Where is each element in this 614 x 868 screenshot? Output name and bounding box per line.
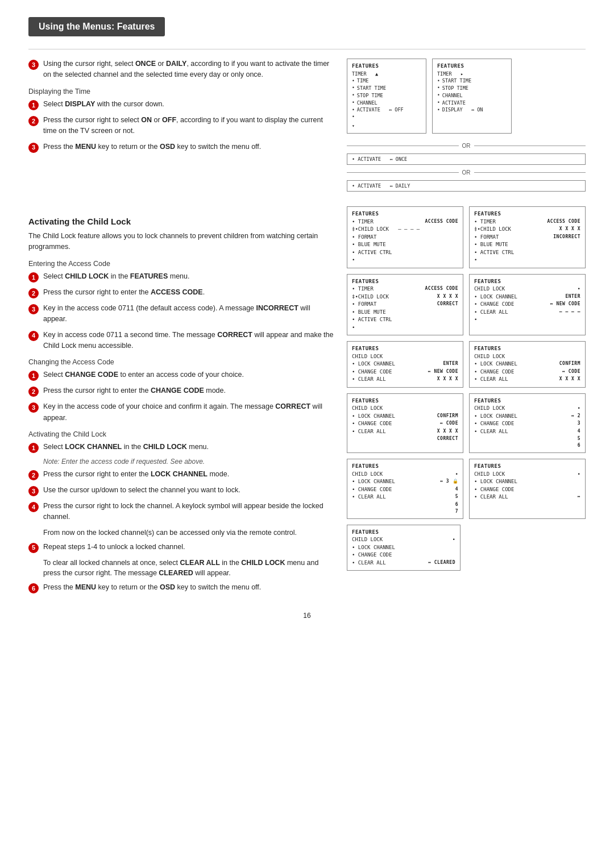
changing-heading: Changing the Access Code	[28, 358, 335, 366]
display-step-1: 1 Select DISPLAY with the cursor down.	[28, 99, 333, 110]
display-step-3: 3 Press the MENU key to return or the OS…	[28, 142, 333, 153]
activate-step-6: 6 Press the MENU key to return or the OS…	[28, 582, 335, 593]
cl-screen-row4: FEATURES CHILD LOCK • LOCK CHANNEL CONFI…	[347, 393, 586, 454]
cl-screen-row5: FEATURES CHILD LOCK• • LOCK CHANNEL ↔ 3 …	[347, 459, 586, 519]
enter-step-4: 4 Key in access code 0711 a second time.…	[28, 330, 335, 352]
cl-screen-5b: FEATURES CHILD LOCK• • LOCK CHANNEL • CH…	[469, 459, 586, 519]
or-screens: OR • ACTIVATE ↔ ONCE OR • ACTIVATE ↔ DAI…	[347, 140, 586, 192]
page-number: 16	[28, 612, 586, 620]
activate-step-4: 4 Press the cursor right to lock the cha…	[28, 501, 335, 523]
cl-screen-row1: FEATURES • TIMER ACCESS CODE ‡•CHILD LOC…	[347, 206, 586, 268]
cl-screen-6: FEATURES CHILD LOCK• • LOCK CHANNEL • CH…	[347, 525, 460, 571]
cl-screen-2a: FEATURES • TIMER ACCESS CODE ‡•CHILD LOC…	[347, 274, 463, 336]
cl-screen-4b: FEATURES CHILD LOCK• • LOCK CHANNEL ↔ 2 …	[469, 393, 586, 454]
child-lock-section: Activating the Child Lock The Child Lock…	[28, 206, 586, 598]
activate-note: Note: Enter the access code if requested…	[43, 458, 335, 466]
activate-step-5-extra: To clear all locked channels at once, se…	[43, 558, 335, 579]
display-heading: Displaying the Time	[28, 88, 333, 95]
cl-screen-3b: FEATURES CHILD LOCK • LOCK CHANNEL CONFI…	[469, 341, 586, 388]
activate-step-3: 3 Use the cursor up/down to select the c…	[28, 485, 335, 496]
activate-step-4-extra: From now on the locked channel(s) can be…	[43, 528, 335, 538]
cl-screen-2b: FEATURES CHILD LOCK• • LOCK CHANNEL ENTE…	[469, 274, 586, 336]
child-lock-heading: Activating the Child Lock	[28, 217, 335, 226]
activate-step-1: 1 Select LOCK CHANNEL in the CHILD LOCK …	[28, 442, 335, 453]
cl-screen-row3: FEATURES CHILD LOCK • LOCK CHANNEL ENTER…	[347, 341, 586, 388]
change-step-3: 3 Key in the access code of your choice …	[28, 401, 335, 423]
enter-step-3: 3 Key in the access code 0711 (the defau…	[28, 303, 335, 325]
once-screen: • ACTIVATE ↔ ONCE	[347, 153, 586, 165]
display-step-2: 2 Press the cursor right to select ON or…	[28, 115, 333, 137]
cl-screen-row6: FEATURES CHILD LOCK• • LOCK CHANNEL • CH…	[347, 525, 586, 571]
activate-step-5: 5 Repeat steps 1-4 to unlock a locked ch…	[28, 542, 335, 553]
cl-screen-row2: FEATURES • TIMER ACCESS CODE ‡•CHILD LOC…	[347, 274, 586, 336]
activating-heading: Activating the Child Lock	[28, 430, 335, 438]
timer-screens: FEATURES TIMER ▲ • TIME • START TIME • S…	[347, 59, 586, 134]
timer-screen-right: FEATURES TIMER ▸ • START TIME • STOP TIM…	[432, 59, 512, 134]
cl-screen-5a: FEATURES CHILD LOCK• • LOCK CHANNEL ↔ 3 …	[347, 459, 463, 519]
cl-screen-3a: FEATURES CHILD LOCK • LOCK CHANNEL ENTER…	[347, 341, 463, 388]
cl-screen-1a: FEATURES • TIMER ACCESS CODE ‡•CHILD LOC…	[347, 206, 463, 268]
activate-step-2: 2 Press the cursor right to enter the LO…	[28, 469, 335, 480]
child-lock-intro: The Child Lock feature allows you to loc…	[28, 231, 335, 253]
change-step-2: 2 Press the cursor right to enter the CH…	[28, 385, 335, 397]
child-lock-screens: FEATURES • TIMER ACCESS CODE ‡•CHILD LOC…	[347, 206, 586, 598]
cl-screen-1b: FEATURES • TIMER ACCESS CODE ‡•CHILD LOC…	[469, 206, 586, 268]
change-step-1: 1 Select CHANGE CODE to enter an access …	[28, 369, 335, 381]
daily-screen: • ACTIVATE ↔ DAILY	[347, 180, 586, 192]
entering-heading: Entering the Access Code	[28, 260, 335, 268]
enter-step-2: 2 Press the cursor right to enter the AC…	[28, 287, 335, 298]
cl-screen-4a: FEATURES CHILD LOCK • LOCK CHANNEL CONFI…	[347, 393, 463, 454]
page-title: Using the Menus: Features	[28, 17, 165, 36]
timer-screen-left: FEATURES TIMER ▲ • TIME • START TIME • S…	[347, 59, 426, 134]
top-step-3: 3 Using the cursor right, select ONCE or…	[28, 59, 333, 81]
enter-step-1: 1 Select CHILD LOCK in the FEATURES menu…	[28, 271, 335, 283]
